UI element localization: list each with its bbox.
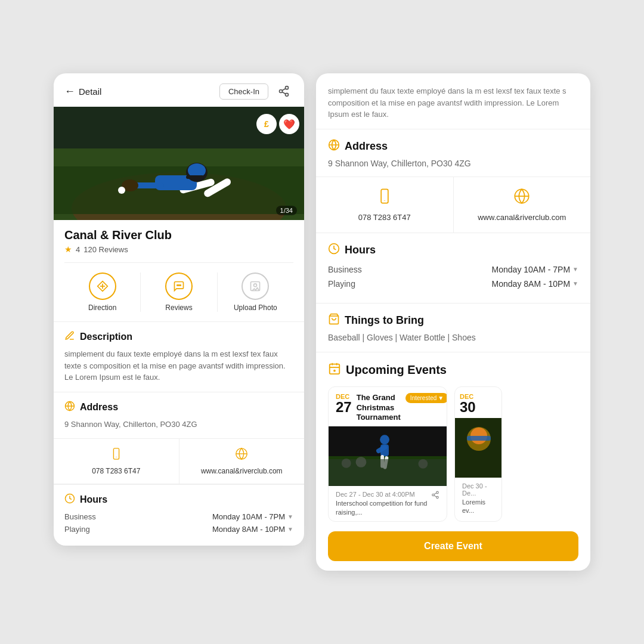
event-1-title-area: The Grand Christmas Tournament	[352, 393, 405, 423]
svg-point-25	[254, 284, 257, 287]
hours-section: Hours Business Monday 10AM - 7PM ▼ Playi…	[54, 484, 304, 546]
upcoming-events-heading: Upcoming Events	[346, 363, 447, 377]
business-chevron-icon[interactable]: ▼	[287, 513, 293, 520]
svg-point-45	[333, 369, 336, 371]
reviews-button[interactable]: Reviews	[141, 273, 217, 312]
right-website-contact[interactable]: www.canal&riverclub.com	[454, 177, 591, 233]
svg-line-61	[434, 493, 436, 494]
event-1-datetime: Dec 27 - Dec 30 at 4:00PM	[336, 491, 431, 498]
description-heading: Description	[80, 332, 132, 342]
right-hours-title: Hours	[328, 243, 578, 258]
event-1-desc: Interschool competition for fund raising…	[336, 499, 431, 516]
svg-point-58	[432, 494, 435, 497]
direction-button[interactable]: Direction	[64, 273, 141, 312]
event-card-2[interactable]: DEC 30	[454, 386, 502, 522]
event-1-share-icon[interactable]	[431, 491, 439, 501]
back-button[interactable]: ← Detail	[64, 85, 101, 98]
business-hours-row: Business Monday 10AM - 7PM ▼	[64, 512, 293, 521]
event-2-day: 30	[460, 400, 476, 414]
interested-badge[interactable]: Interested ▼	[405, 393, 447, 403]
right-phone-number: 078 T283 6T47	[358, 213, 411, 222]
event-1-footer: Dec 27 - Dec 30 at 4:00PM Interschool co…	[329, 486, 447, 521]
image-counter: 1/34	[276, 206, 297, 215]
svg-rect-17	[186, 175, 204, 179]
contact-grid: 078 T283 6T47 www.canal&riverclub.com	[54, 438, 304, 484]
card-header: ← Detail Check-In	[54, 73, 304, 107]
event-1-header: DEC 27 The Grand Christmas Tournament In…	[329, 387, 447, 427]
right-playing-hours: Playing Monday 8AM - 10PM ▼	[328, 279, 578, 289]
website-contact[interactable]: www.canal&riverclub.com	[179, 439, 305, 484]
right-address-section: Address 9 Shannon Way, Chillerton, PO30 …	[316, 129, 590, 177]
business-hours-value: Monday 10AM - 7PM ▼	[212, 512, 293, 521]
event-2-desc: Loremis ev...	[462, 498, 494, 515]
description-text: simplement du faux texte employé dans la…	[64, 348, 293, 383]
address-title: Address	[64, 401, 293, 414]
svg-point-14	[118, 187, 125, 194]
phone-contact[interactable]: 078 T283 6T47	[54, 439, 179, 484]
svg-point-54	[342, 459, 351, 468]
event-card-1[interactable]: DEC 27 The Grand Christmas Tournament In…	[328, 386, 447, 522]
svg-rect-65	[467, 436, 491, 441]
event-1-image	[329, 426, 447, 486]
playing-hours-value: Monday 8AM - 10PM ▼	[212, 525, 293, 534]
page-title: Detail	[79, 86, 101, 97]
checkin-button[interactable]: Check-In	[219, 83, 268, 100]
svg-point-57	[436, 491, 439, 494]
right-address-icon	[328, 139, 340, 154]
event-2-footer: Dec 30 - De... Loremis ev...	[455, 478, 501, 520]
website-icon	[235, 447, 248, 463]
svg-rect-35	[381, 189, 388, 203]
svg-point-0	[286, 86, 289, 89]
right-detail-card: simplement du faux texte employé dans la…	[316, 73, 590, 571]
hero-image: £ ❤️ 1/34	[54, 107, 304, 220]
right-contact-grid: 078 T283 6T47 www.canal&riverclub.com	[316, 177, 590, 233]
reviews-count: 120 Reviews	[83, 245, 128, 254]
svg-point-2	[286, 93, 289, 96]
svg-line-4	[282, 89, 286, 91]
right-address-title: Address	[328, 139, 578, 154]
svg-point-55	[356, 457, 367, 467]
currency-badge[interactable]: £	[256, 114, 277, 134]
event-1-info: Dec 27 - Dec 30 at 4:00PM Interschool co…	[336, 491, 431, 516]
svg-point-48	[380, 435, 389, 445]
phone-icon	[110, 447, 123, 463]
favorite-badge[interactable]: ❤️	[279, 114, 299, 134]
svg-point-22	[178, 285, 179, 286]
upcoming-events-section: Upcoming Events DEC 27 The Grand Christm…	[316, 352, 590, 522]
right-playing-chevron[interactable]: ▼	[572, 280, 578, 287]
right-hours-heading: Hours	[345, 244, 376, 256]
event-2-header: DEC 30	[455, 387, 501, 418]
create-event-button[interactable]: Create Event	[328, 531, 578, 561]
upload-photo-icon	[242, 273, 269, 300]
things-icon	[328, 313, 340, 328]
right-address-heading: Address	[345, 140, 388, 153]
right-website-icon	[513, 188, 530, 208]
playing-chevron-icon[interactable]: ▼	[287, 526, 293, 532]
svg-point-1	[280, 90, 283, 93]
playing-hours-row: Playing Monday 8AM - 10PM ▼	[64, 525, 293, 534]
event-2-info: Dec 30 - De... Loremis ev...	[462, 482, 494, 515]
things-title: Things to Bring	[328, 313, 578, 328]
upload-photo-button[interactable]: Upload Photo	[218, 273, 293, 312]
right-business-value: Monday 10AM - 7PM	[492, 265, 571, 274]
direction-label: Direction	[88, 304, 116, 312]
right-business-chevron[interactable]: ▼	[572, 266, 578, 273]
share-button[interactable]	[274, 82, 293, 101]
event-2-date: DEC 30	[460, 393, 476, 414]
star-icon: ★	[64, 244, 72, 254]
upload-photo-label: Upload Photo	[234, 304, 277, 312]
event-1-day: 27	[336, 400, 352, 414]
event-2-image	[455, 418, 501, 478]
svg-point-21	[177, 285, 178, 286]
venue-info: Canal & River Club ★ 4 120 Reviews	[54, 220, 304, 254]
hours-icon	[64, 493, 75, 506]
right-phone-contact[interactable]: 078 T283 6T47	[316, 177, 454, 233]
reviews-label: Reviews	[165, 304, 192, 312]
right-hours-icon	[328, 243, 340, 258]
upcoming-events-title: Upcoming Events	[328, 362, 578, 378]
svg-point-56	[418, 459, 428, 469]
address-text: 9 Shannon Way, Chillerton, PO30 4ZG	[64, 419, 293, 431]
right-phone-icon	[376, 188, 393, 208]
upcoming-icon	[328, 362, 341, 378]
right-hours-section: Hours Business Monday 10AM - 7PM ▼ Playi…	[316, 233, 590, 304]
